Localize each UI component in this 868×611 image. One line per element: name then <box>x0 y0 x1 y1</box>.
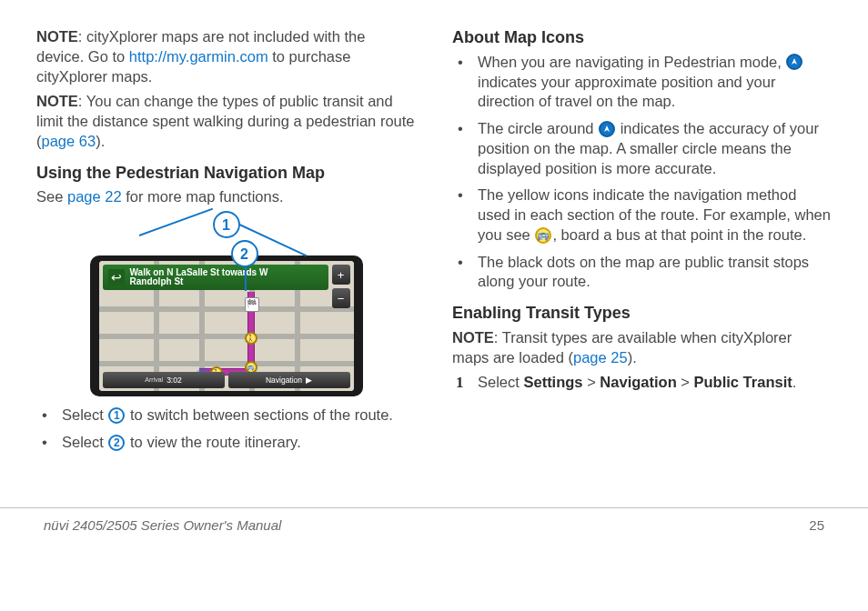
note-3-after: ). <box>628 349 637 366</box>
device-frame: 🏁 🚶 🚌 🚶 ↩ Walk on N LaSalle St towards W… <box>90 255 363 396</box>
road <box>99 361 354 366</box>
arrival-segment[interactable]: Arrival 3:02 <box>103 372 225 388</box>
position-icon <box>786 54 802 70</box>
bullet-before: Select <box>62 434 107 450</box>
sep: > <box>583 374 601 390</box>
zoom-out-button[interactable]: − <box>332 288 350 308</box>
settings-label: Settings <box>523 374 582 390</box>
svg-marker-0 <box>792 58 797 65</box>
end: . <box>792 374 797 390</box>
list-item: Select 1 to switch between sections of t… <box>36 406 416 426</box>
page: NOTE: cityXplorer maps are not included … <box>0 0 868 546</box>
section-about-icons-heading: About Map Icons <box>452 27 832 49</box>
bullet-after: to view the route itinerary. <box>126 434 300 450</box>
zoom-in-button[interactable]: + <box>332 265 350 285</box>
bullet-pre: The black dots on the map are public tra… <box>478 254 809 290</box>
see-line: See page 22 for more map functions. <box>36 187 416 207</box>
see-before: See <box>36 188 67 205</box>
callout-1: 1 <box>213 211 240 238</box>
figure-bullets: Select 1 to switch between sections of t… <box>36 406 416 453</box>
turn-line-2: Randolph St <box>130 277 268 287</box>
note-1: NOTE: cityXplorer maps are not included … <box>36 27 416 86</box>
list-item: The circle around indicates the accuracy… <box>452 119 832 178</box>
bullet-pre: The circle around <box>478 120 598 136</box>
see-after: for more map functions. <box>122 188 284 205</box>
about-icons-bullets: When you are navigating in Pedestrian mo… <box>452 53 832 292</box>
step-number: 1 <box>456 373 464 393</box>
section-enabling-transit-heading: Enabling Transit Types <box>452 303 832 325</box>
chevron-right-icon: ▶ <box>306 376 312 386</box>
page-number: 25 <box>809 517 824 533</box>
nav-label: Navigation <box>266 376 302 386</box>
arrival-value: 3:02 <box>167 376 182 386</box>
list-item: The black dots on the map are public tra… <box>452 253 832 293</box>
turn-bar[interactable]: ↩ Walk on N LaSalle St towards W Randolp… <box>103 265 328 290</box>
garmin-link[interactable]: http://my.garmin.com <box>129 48 268 65</box>
list-item: Select 2 to view the route itinerary. <box>36 433 416 453</box>
section-using-map-heading: Using the Pedestrian Navigation Map <box>36 163 416 185</box>
sep: > <box>677 374 694 390</box>
page-22-link[interactable]: page 22 <box>67 188 122 205</box>
note-label: NOTE <box>36 28 78 45</box>
navigation-label: Navigation <box>600 374 676 390</box>
turn-text: Walk on N LaSalle St towards W Randolph … <box>130 268 268 287</box>
list-item: When you are navigating in Pedestrian mo… <box>452 53 832 112</box>
footer-title: nüvi 2405/2505 Series Owner's Manual <box>44 517 281 533</box>
note-2: NOTE: You can change the types of public… <box>36 92 416 151</box>
callout-line <box>245 264 247 291</box>
page-footer: nüvi 2405/2505 Series Owner's Manual 25 <box>0 507 868 533</box>
back-arrow-icon[interactable]: ↩ <box>108 269 125 285</box>
bullet-before: Select <box>62 406 107 423</box>
navigation-segment[interactable]: Navigation ▶ <box>228 372 350 388</box>
note-3: NOTE: Transit types are available when c… <box>452 328 832 368</box>
callout-line <box>138 208 212 236</box>
svg-marker-1 <box>604 125 610 132</box>
zoom-controls: + − <box>332 265 350 308</box>
road <box>99 334 354 339</box>
note-label: NOTE <box>452 329 494 346</box>
callout-2-icon: 2 <box>108 435 125 451</box>
public-transit-label: Public Transit <box>694 374 792 390</box>
destination-pin-icon: 🏁 <box>245 297 259 312</box>
bullet-after: to switch between sections of the route. <box>126 406 393 423</box>
bottom-bar: Arrival 3:02 Navigation ▶ <box>103 372 350 388</box>
bullet-post: indicates your approximate position and … <box>478 74 775 110</box>
callout-2: 2 <box>231 240 258 267</box>
right-column: About Map Icons When you are navigating … <box>452 27 832 536</box>
bullet-pre: When you are navigating in Pedestrian mo… <box>478 54 785 70</box>
road <box>99 306 354 312</box>
position-icon <box>599 121 615 137</box>
step-text-1: Select <box>478 374 523 390</box>
enabling-steps: 1 Select Settings > Navigation > Public … <box>452 373 832 393</box>
bus-icon: 🚌 <box>535 227 551 244</box>
note-2-after: ). <box>96 133 105 149</box>
page-25-link[interactable]: page 25 <box>573 349 628 366</box>
list-item: The yellow icons indicate the navigation… <box>452 185 832 245</box>
left-column: NOTE: cityXplorer maps are not included … <box>36 27 416 536</box>
arrival-label: Arrival <box>145 376 163 384</box>
step-1: 1 Select Settings > Navigation > Public … <box>452 373 832 393</box>
walk-icon: 🚶 <box>245 332 257 345</box>
note-label: NOTE <box>36 93 78 109</box>
device-screen: 🏁 🚶 🚌 🚶 ↩ Walk on N LaSalle St towards W… <box>99 261 354 391</box>
map-figure: 1 2 🏁 <box>90 215 363 396</box>
page-63-link[interactable]: page 63 <box>42 133 96 149</box>
bullet-post: , board a bus at that point in the route… <box>552 226 806 243</box>
callout-1-icon: 1 <box>108 407 125 424</box>
